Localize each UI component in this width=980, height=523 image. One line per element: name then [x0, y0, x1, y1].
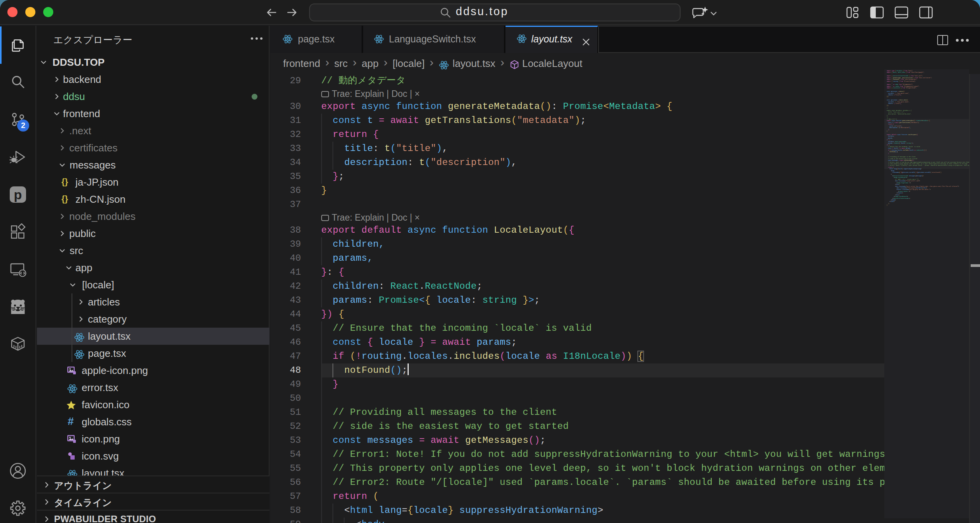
svg-text:p: p [14, 187, 22, 202]
